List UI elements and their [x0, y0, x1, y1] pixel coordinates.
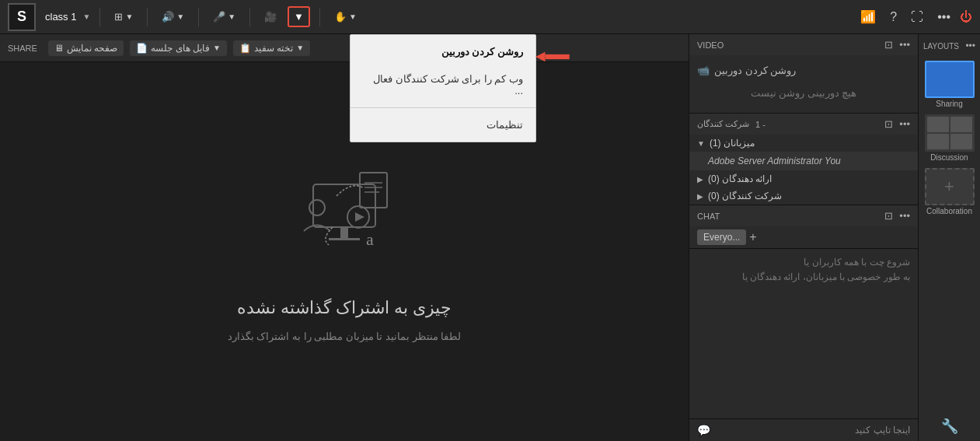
presenters-arrow-icon: ▶ [697, 175, 703, 184]
svg-rect-1 [340, 227, 348, 238]
separator1 [99, 8, 100, 26]
layout-collaboration-label: Collaboration [926, 207, 972, 215]
svg-text:a: a [366, 229, 374, 249]
svg-rect-11 [546, 54, 570, 59]
presenters-label: ارائه دهندگان (0) [708, 173, 772, 184]
chat-tab-everyone[interactable]: Everyo... [697, 229, 746, 245]
layout-sharing-label: Sharing [936, 100, 962, 108]
layouts-title: LAYOUTS [923, 42, 959, 51]
participants-content: ▼ میزبانان (1) Adobe Server Administrato… [689, 135, 918, 205]
layout-collaboration[interactable]: + Collaboration [925, 168, 975, 215]
right-panels: VIDEO ⊡ ••• 📹 روشن کردن دوربین هیچ دوربی… [689, 34, 918, 441]
display-btn[interactable]: 🖥 صفحه نمایش [48, 40, 124, 56]
topbar-right: 📶 ? ⛶ ••• ⏻ [856, 6, 972, 27]
camera-dropdown-btn[interactable]: ▼ [288, 6, 310, 27]
video-panel-icons: ⊡ ••• [884, 39, 910, 51]
help-btn[interactable]: ? [885, 7, 902, 27]
whiteboard-chevron: ▼ [296, 44, 304, 52]
hand-btn[interactable]: ✋▼ [330, 8, 361, 26]
dd-arrow-icon [535, 46, 574, 68]
participants-title: شرکت کنندگان [697, 119, 749, 129]
more-btn[interactable]: ••• [933, 7, 955, 27]
chat-panel-header: CHAT ⊡ ••• [689, 205, 918, 226]
attendees-arrow-icon: ▶ [697, 192, 703, 201]
files-icon: 📄 [136, 43, 148, 54]
video-more-icon[interactable]: ••• [899, 39, 910, 51]
video-panel-header: VIDEO ⊡ ••• [689, 34, 918, 55]
participants-count: 1 - [755, 120, 766, 129]
chat-expand-icon[interactable]: ⊡ [884, 210, 893, 222]
display-icon: 🖥 [54, 43, 64, 54]
layouts-header: LAYOUTS ••• [919, 40, 980, 51]
chat-hint-line1: شروع چت با همه کاربران یا [697, 255, 910, 270]
power-btn[interactable]: ⏻ [960, 10, 972, 24]
participants-expand-icon[interactable]: ⊡ [884, 118, 893, 130]
collaboration-add-icon: + [944, 177, 954, 197]
no-share-subtitle: لطفا منتظر بمانید تا میزبان مطلبی را به … [228, 331, 462, 342]
files-btn[interactable]: 📄 فایل های جلسه ▼ [130, 40, 227, 56]
participants-panel: شرکت کنندگان 1 - ⊡ ••• ▼ میزبانان (1) Ad… [689, 114, 918, 205]
video-title: VIDEO [697, 40, 724, 50]
separator3 [198, 8, 199, 26]
chat-panel: CHAT ⊡ ••• Everyo... + شروع چت با همه کا… [689, 205, 918, 441]
layout-sharing[interactable]: Sharing [925, 61, 975, 108]
svg-rect-0 [313, 184, 375, 227]
class-name: class 1 [45, 11, 76, 23]
camera-dropdown-menu: روشن کردن دوربین وب کم را برای شرکت کنند… [350, 34, 536, 142]
hosts-label: میزبانان (1) [710, 138, 755, 149]
dd-turn-on-camera[interactable]: روشن کردن دوربین [350, 38, 535, 65]
separator2 [147, 8, 148, 26]
whiteboard-icon: 📋 [239, 43, 251, 54]
chat-title: CHAT [697, 212, 720, 221]
share-toolbar: SHARE 🖥 صفحه نمایش 📄 فایل های جلسه ▼ 📋 ت… [0, 34, 689, 62]
signal-icon: 📶 [856, 6, 881, 27]
share-illustration: a [274, 161, 414, 285]
layout-discussion-thumb[interactable] [925, 114, 975, 152]
chat-more-icon[interactable]: ••• [899, 210, 910, 222]
mic-btn[interactable]: 🎤▼ [208, 8, 240, 26]
chat-add-tab[interactable]: + [749, 230, 756, 244]
chat-input-row: 💬 اینجا تایپ کنید [689, 418, 918, 441]
camera-item-label: روشن کردن دوربین [714, 65, 796, 76]
topbar: S class 1 ▼ ⊞▼ 🔊▼ 🎤▼ 🎥 ▼ ✋▼ 📶 ? ⛶ ••• ⏻ [0, 0, 980, 34]
host-item: Adobe Server Administrator You [689, 152, 918, 170]
camera-item: 📹 روشن کردن دوربین [697, 61, 910, 79]
presenters-header[interactable]: ▶ ارائه دهندگان (0) [689, 170, 918, 187]
whiteboard-btn[interactable]: 📋 تخته سفید ▼ [233, 40, 310, 56]
layout-discussion[interactable]: Discussion [925, 114, 975, 162]
layouts-panel: LAYOUTS ••• Sharing Discussion + Collabo… [918, 34, 980, 441]
svg-rect-2 [329, 238, 360, 240]
fullscreen-btn[interactable]: ⛶ [906, 7, 928, 27]
camera-btn[interactable]: 🎥 [260, 8, 281, 26]
chat-input-icon: 💬 [697, 424, 710, 436]
participants-more-icon[interactable]: ••• [899, 118, 910, 130]
participants-panel-header: شرکت کنندگان 1 - ⊡ ••• [689, 114, 918, 135]
class-chevron[interactable]: ▼ [82, 12, 90, 21]
logo: S [8, 3, 36, 31]
grid-btn[interactable]: ⊞▼ [110, 8, 138, 26]
chat-panel-icons: ⊡ ••• [884, 210, 910, 222]
hosts-arrow-icon: ▼ [697, 139, 705, 148]
share-panel: SHARE 🖥 صفحه نمایش 📄 فایل های جلسه ▼ 📋 ت… [0, 34, 689, 441]
svg-rect-3 [360, 173, 387, 208]
layout-sharing-thumb[interactable] [925, 61, 975, 98]
tools-icon[interactable]: 🔧 [941, 418, 958, 435]
dd-settings[interactable]: تنظیمات [350, 111, 535, 138]
chat-input-hint[interactable]: اینجا تایپ کنید [713, 425, 910, 436]
no-share-title: چیزی به اشتراک گذاشته نشده [237, 298, 452, 318]
dd-separator [350, 107, 535, 108]
q4 [950, 134, 972, 149]
attendees-header[interactable]: ▶ شرکت کنندگان (0) [689, 187, 918, 205]
layouts-more-icon[interactable]: ••• [965, 40, 975, 51]
dd-auto-camera[interactable]: وب کم را برای شرکت کنندگان فعال ... [350, 65, 535, 104]
share-content: a چیزی به اشتراک گذاشته نشده لطفا منتظر … [0, 62, 689, 441]
hosts-header[interactable]: ▼ میزبانان (1) [689, 135, 918, 152]
chat-hint-line2: به طور خصوصی با میزبانان، ارائه دهندگان … [697, 270, 910, 285]
layout-collaboration-thumb[interactable]: + [925, 168, 975, 205]
separator5 [319, 8, 320, 26]
files-chevron: ▼ [213, 44, 221, 52]
volume-btn[interactable]: 🔊▼ [157, 8, 189, 26]
video-expand-icon[interactable]: ⊡ [884, 39, 893, 51]
participants-panel-icons: ⊡ ••• [884, 118, 910, 130]
svg-point-9 [309, 200, 325, 215]
